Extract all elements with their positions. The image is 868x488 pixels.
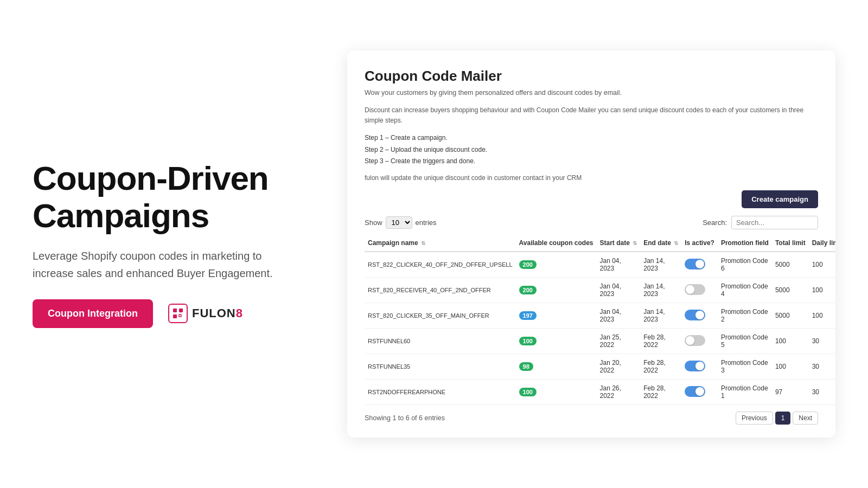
- coupon-integration-button[interactable]: Coupon Integration: [33, 299, 153, 328]
- cell-start-date: Jan 04, 2023: [596, 252, 640, 278]
- cell-end-date: Feb 28, 2022: [640, 354, 681, 380]
- cell-start-date: Jan 25, 2022: [596, 329, 640, 354]
- pagination-row: Showing 1 to 6 of 6 entries Previous 1 N…: [365, 412, 818, 425]
- table-row: RSTFUNNEL35 98 Jan 20, 2022 Feb 28, 2022…: [365, 354, 835, 380]
- create-campaign-button[interactable]: Create campaign: [742, 190, 818, 208]
- active-toggle[interactable]: [685, 259, 705, 269]
- pagination-controls: Previous 1 Next: [736, 412, 818, 425]
- cell-coupon-codes: 98: [516, 354, 597, 380]
- fulon-dot: 8: [236, 306, 243, 320]
- col-campaign-name: Campaign name ⇅: [365, 235, 516, 252]
- cell-end-date: Jan 14, 2023: [640, 278, 681, 303]
- active-toggle[interactable]: [685, 310, 705, 320]
- coupon-badge: 100: [519, 388, 537, 396]
- table-row: RST2NDOFFEREARPHONE 100 Jan 26, 2022 Feb…: [365, 380, 835, 405]
- table-header: Campaign name ⇅ Available coupon codes S…: [365, 235, 835, 252]
- cell-promotion: Promotion Code 2: [718, 303, 772, 329]
- cell-is-active[interactable]: [681, 303, 718, 329]
- cell-total-limit: 5000: [772, 252, 809, 278]
- toggle-knob: [695, 311, 704, 319]
- active-toggle[interactable]: [685, 361, 705, 371]
- subheading: Leverage Shopify coupon codes in marketi…: [33, 247, 293, 282]
- cell-start-date: Jan 26, 2022: [596, 380, 640, 405]
- cell-total-limit: 5000: [772, 278, 809, 303]
- cell-total-limit: 5000: [772, 303, 809, 329]
- cell-promotion: Promotion Code 1: [718, 380, 772, 405]
- right-panel: Coupon Code Mailer Wow your customers by…: [347, 50, 835, 438]
- cell-campaign-name: RSTFUNNEL60: [365, 329, 516, 354]
- cell-daily-limit: 100: [809, 278, 835, 303]
- cell-is-active[interactable]: [681, 252, 718, 278]
- cell-start-date: Jan 04, 2023: [596, 303, 640, 329]
- step-3: Step 3 – Create the triggers and done.: [365, 156, 818, 168]
- search-label: Search:: [703, 219, 727, 227]
- cell-campaign-name: RSTFUNNEL35: [365, 354, 516, 380]
- page-wrapper: Coupon-Driven Campaigns Leverage Shopify…: [0, 0, 868, 488]
- active-toggle[interactable]: [685, 335, 705, 346]
- sort-icon-name[interactable]: ⇅: [421, 240, 425, 246]
- page-1-button[interactable]: 1: [775, 412, 791, 425]
- svg-rect-1: [173, 314, 177, 318]
- sort-icon-start[interactable]: ⇅: [633, 240, 637, 246]
- cell-is-active[interactable]: [681, 278, 718, 303]
- app-description: Discount can increase buyers shopping be…: [365, 105, 818, 126]
- cell-daily-limit: 30: [809, 354, 835, 380]
- cell-campaign-name: RST_820_CLICKER_35_OFF_MAIN_OFFER: [365, 303, 516, 329]
- cell-campaign-name: RST2NDOFFEREARPHONE: [365, 380, 516, 405]
- sort-icon-end[interactable]: ⇅: [674, 240, 678, 246]
- cell-is-active[interactable]: [681, 380, 718, 405]
- cell-is-active[interactable]: [681, 354, 718, 380]
- cell-end-date: Feb 28, 2022: [640, 380, 681, 405]
- cell-coupon-codes: 197: [516, 303, 597, 329]
- table-row: RST_822_CLICKER_40_OFF_2ND_OFFER_UPSELL …: [365, 252, 835, 278]
- cell-coupon-codes: 100: [516, 380, 597, 405]
- active-toggle[interactable]: [685, 386, 705, 397]
- cell-promotion: Promotion Code 5: [718, 329, 772, 354]
- create-campaign-row: Create campaign: [365, 190, 818, 208]
- steps-list: Step 1 – Create a campaign. Step 2 – Upl…: [365, 132, 818, 168]
- cell-promotion: Promotion Code 3: [718, 354, 772, 380]
- table-body: RST_822_CLICKER_40_OFF_2ND_OFFER_UPSELL …: [365, 252, 835, 405]
- toggle-knob: [686, 285, 694, 294]
- coupon-badge: 197: [519, 311, 537, 320]
- show-entries-control: Show 10 25 50 entries: [365, 216, 437, 229]
- app-title: Coupon Code Mailer: [365, 68, 818, 85]
- cell-end-date: Jan 14, 2023: [640, 252, 681, 278]
- cta-row: Coupon Integration FULON8: [33, 299, 315, 328]
- cell-total-limit: 100: [772, 329, 809, 354]
- cell-end-date: Jan 14, 2023: [640, 303, 681, 329]
- crm-note: fulon will update the unique discount co…: [365, 174, 818, 182]
- cell-campaign-name: RST_820_RECEIVER_40_OFF_2ND_OFFER: [365, 278, 516, 303]
- active-toggle[interactable]: [685, 284, 705, 295]
- cell-promotion: Promotion Code 4: [718, 278, 772, 303]
- svg-rect-3: [179, 314, 181, 317]
- cell-coupon-codes: 100: [516, 329, 597, 354]
- show-label: Show: [365, 219, 382, 227]
- toggle-knob: [686, 336, 694, 345]
- svg-rect-2: [179, 309, 183, 312]
- campaigns-table: Campaign name ⇅ Available coupon codes S…: [365, 235, 835, 405]
- fulon-name: FULON8: [192, 306, 243, 320]
- cell-total-limit: 100: [772, 354, 809, 380]
- search-input[interactable]: [731, 216, 818, 229]
- showing-text: Showing 1 to 6 of 6 entries: [365, 414, 445, 422]
- table-row: RST_820_CLICKER_35_OFF_MAIN_OFFER 197 Ja…: [365, 303, 835, 329]
- svg-rect-0: [173, 309, 177, 312]
- next-page-button[interactable]: Next: [793, 412, 818, 425]
- entries-label: entries: [416, 219, 437, 227]
- cell-end-date: Feb 28, 2022: [640, 329, 681, 354]
- coupon-badge: 200: [519, 260, 537, 269]
- previous-page-button[interactable]: Previous: [736, 412, 773, 425]
- cell-coupon-codes: 200: [516, 278, 597, 303]
- fulon-logo-icon: [168, 304, 188, 323]
- left-panel: Coupon-Driven Campaigns Leverage Shopify…: [33, 160, 347, 328]
- cell-start-date: Jan 04, 2023: [596, 278, 640, 303]
- coupon-badge: 100: [519, 337, 537, 345]
- cell-is-active[interactable]: [681, 329, 718, 354]
- toggle-knob: [695, 387, 704, 396]
- cell-promotion: Promotion Code 6: [718, 252, 772, 278]
- step-1: Step 1 – Create a campaign.: [365, 132, 818, 144]
- col-total-limit: Total limit: [772, 235, 809, 252]
- entries-select[interactable]: 10 25 50: [386, 216, 412, 229]
- col-is-active: Is active?: [681, 235, 718, 252]
